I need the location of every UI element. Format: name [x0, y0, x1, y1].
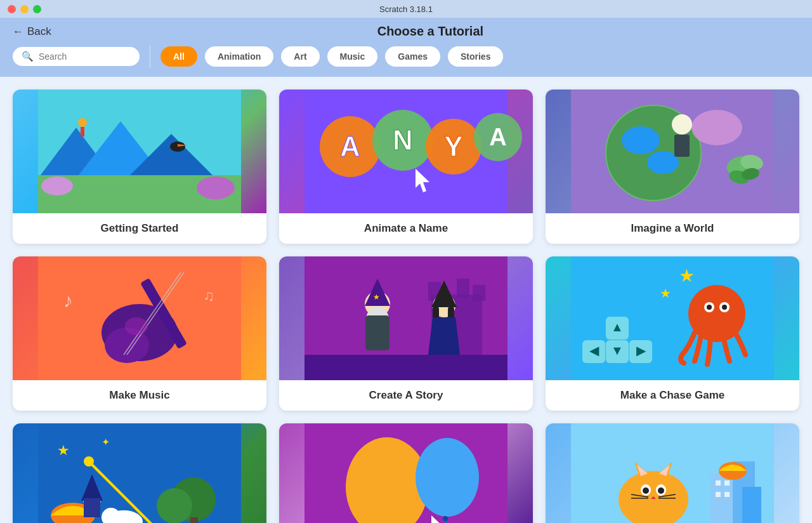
svg-point-62	[707, 305, 712, 310]
thumbnail-row3-mid	[279, 423, 533, 523]
tutorial-card-create-story[interactable]: ★ Create A Story	[279, 256, 533, 411]
filter-stories[interactable]: Stories	[448, 46, 503, 67]
thumbnail-chase-game: ▲ ◀ ▼ ▶ ★ ★	[546, 256, 799, 380]
filter-games[interactable]: Games	[385, 46, 440, 67]
svg-text:▼: ▼	[611, 343, 624, 357]
thumbnail-row3-right	[546, 423, 799, 523]
maximize-button[interactable]	[33, 5, 41, 13]
tutorial-card-getting-started[interactable]: Getting Started	[13, 89, 266, 244]
tutorial-card-imagine-world[interactable]: Imagine a World	[546, 89, 799, 244]
svg-text:♫: ♫	[203, 287, 214, 304]
thumbnail-animate-name: A N Y A	[279, 89, 533, 213]
close-button[interactable]	[8, 5, 16, 13]
svg-rect-104	[724, 492, 730, 497]
filter-music[interactable]: Music	[327, 46, 378, 67]
svg-rect-100	[742, 487, 761, 523]
tutorial-card-make-music[interactable]: ♪ ♫ Make Music	[13, 256, 266, 411]
back-label: Back	[27, 25, 51, 38]
card-label-imagine-world: Imagine a World	[546, 213, 799, 244]
thumbnail-imagine-world	[546, 89, 799, 213]
svg-point-10	[197, 176, 235, 199]
thumbnail-getting-started	[13, 89, 266, 213]
thumbnail-make-music: ♪ ♫	[13, 256, 266, 380]
svg-text:A: A	[340, 131, 360, 162]
svg-rect-48	[304, 355, 508, 380]
svg-point-40	[125, 317, 148, 335]
svg-point-24	[622, 126, 660, 154]
window-controls[interactable]	[8, 5, 41, 13]
thumbnail-create-story: ★	[279, 256, 533, 380]
back-arrow-icon: ←	[13, 25, 23, 38]
minimize-button[interactable]	[20, 5, 29, 13]
svg-point-31	[672, 114, 692, 135]
svg-text:♪: ♪	[63, 290, 73, 311]
svg-rect-101	[716, 480, 721, 486]
filter-all[interactable]: All	[160, 46, 197, 67]
search-box: 🔍	[13, 47, 140, 66]
thumbnail-row3-left: ★ ✦	[13, 423, 266, 523]
svg-text:★: ★	[679, 266, 695, 286]
svg-rect-82	[190, 517, 198, 523]
card-label-create-story: Create A Story	[279, 380, 533, 411]
filter-art[interactable]: Art	[281, 46, 319, 67]
search-input[interactable]	[39, 51, 128, 62]
svg-text:A: A	[489, 124, 506, 150]
svg-text:✦: ✦	[102, 437, 110, 447]
svg-text:★: ★	[373, 293, 380, 301]
svg-point-92	[416, 438, 479, 517]
app-title: Scratch 3.18.1	[379, 4, 433, 14]
svg-point-25	[647, 151, 679, 174]
svg-point-79	[84, 456, 94, 467]
tutorial-card-row3-right[interactable]: Scratch Cat the...	[546, 423, 799, 523]
filter-animation[interactable]: Animation	[205, 46, 273, 67]
tutorial-card-row3-left[interactable]: ★ ✦	[13, 423, 266, 523]
tutorial-list: Getting Started A N Y A	[0, 77, 812, 523]
svg-rect-103	[716, 492, 721, 497]
tutorial-card-row3-mid[interactable]: Make it Glide + Fly	[279, 423, 533, 523]
header: ← Back Choose a Tutorial	[0, 18, 812, 45]
title-bar: Scratch 3.18.1	[0, 0, 812, 18]
svg-text:▶: ▶	[636, 343, 646, 357]
svg-text:N: N	[393, 124, 413, 156]
svg-point-106	[634, 473, 672, 511]
card-label-animate-name: Animate a Name	[279, 213, 533, 244]
svg-rect-88	[84, 498, 100, 517]
svg-rect-6	[81, 127, 84, 136]
tutorial-grid: Getting Started A N Y A	[13, 89, 799, 523]
svg-rect-46	[457, 279, 469, 298]
svg-point-26	[691, 110, 742, 145]
page-title: Choose a Tutorial	[62, 24, 799, 39]
svg-point-64	[722, 305, 727, 310]
svg-text:▲: ▲	[611, 320, 624, 334]
tutorial-card-animate-name[interactable]: A N Y A Animate a Name	[279, 89, 533, 244]
card-label-make-music: Make Music	[13, 380, 266, 411]
svg-point-81	[157, 488, 192, 523]
svg-point-9	[41, 176, 73, 195]
search-icon: 🔍	[22, 51, 34, 62]
svg-point-114	[658, 487, 664, 494]
svg-text:◀: ◀	[589, 343, 599, 357]
svg-point-95	[443, 516, 448, 521]
svg-rect-47	[473, 285, 485, 301]
svg-point-113	[643, 487, 649, 494]
svg-point-5	[78, 118, 87, 127]
svg-rect-102	[724, 480, 730, 486]
svg-text:Y: Y	[444, 131, 462, 162]
card-label-chase-game: Make a Chase Game	[546, 380, 799, 411]
tutorial-card-chase-game[interactable]: ▲ ◀ ▼ ▶ ★ ★ Make a Chase Game	[546, 256, 799, 411]
back-button[interactable]: ← Back	[13, 25, 51, 38]
filter-bar: 🔍 All Animation Art Music Games Stories	[0, 45, 812, 77]
svg-rect-32	[674, 135, 690, 157]
svg-text:★: ★	[660, 286, 671, 300]
svg-marker-58	[428, 317, 460, 355]
svg-rect-52	[365, 315, 390, 350]
filter-divider	[150, 45, 150, 68]
svg-text:★: ★	[57, 442, 70, 458]
card-label-getting-started: Getting Started	[13, 213, 266, 244]
